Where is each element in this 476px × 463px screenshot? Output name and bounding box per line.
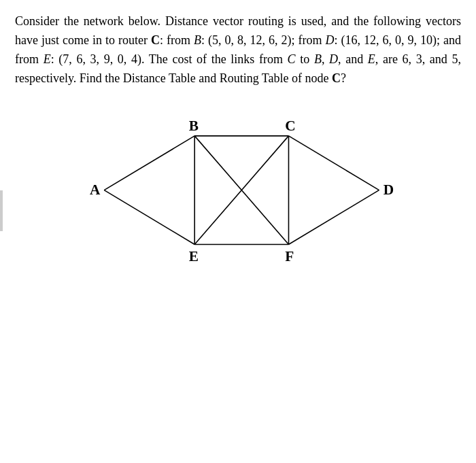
svg-line-3	[288, 190, 379, 244]
svg-line-5	[104, 190, 194, 244]
left-border-decoration	[0, 190, 3, 231]
node-c-label: C	[285, 118, 295, 134]
node-b-label: B	[189, 118, 199, 134]
svg-line-2	[288, 135, 379, 190]
problem-statement: Consider the network below. Distance vec…	[15, 12, 461, 88]
node-a-label: A	[90, 182, 101, 198]
node-e-label: E	[189, 247, 199, 264]
node-d-label: D	[384, 182, 394, 198]
svg-line-0	[104, 135, 194, 190]
node-f-label: F	[285, 247, 294, 264]
network-diagram: A B C D E F	[15, 110, 461, 267]
